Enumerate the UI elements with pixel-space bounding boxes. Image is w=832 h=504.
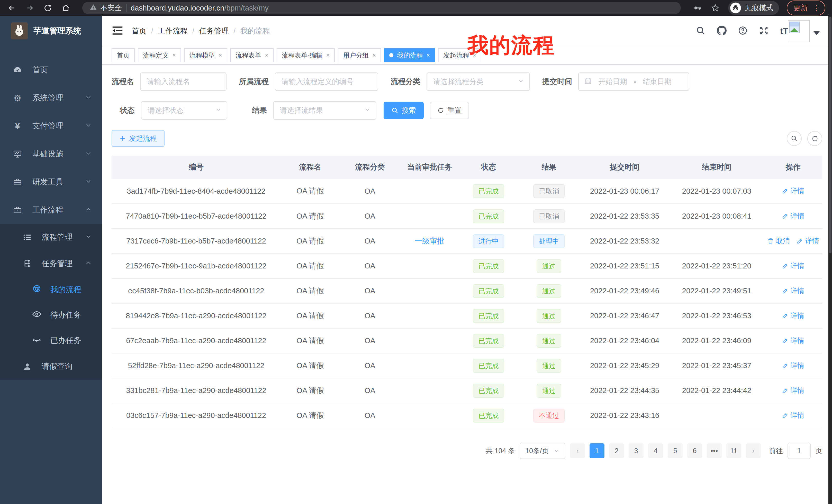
- github-icon[interactable]: [717, 26, 727, 36]
- sidebar-item-system[interactable]: ⚙ 系统管理: [0, 84, 102, 112]
- security-label: 不安全: [100, 3, 122, 13]
- status-select[interactable]: 请选择状态: [141, 101, 227, 120]
- sidebar-item-todo-tasks[interactable]: 待办任务: [0, 302, 102, 328]
- tab-close-icon[interactable]: ×: [172, 52, 176, 59]
- table-row: 7470a810-7b9b-11ec-b5b7-acde48001122 OA …: [111, 204, 822, 229]
- detail-link[interactable]: 详情: [782, 361, 805, 370]
- tab-user-group[interactable]: 用户分组×: [338, 48, 381, 62]
- sidebar-item-label: 已办任务: [50, 335, 81, 346]
- result-badge: 通过: [537, 259, 561, 273]
- tab-process-model[interactable]: 流程模型×: [184, 48, 227, 62]
- cell-task-link[interactable]: 一级审批: [400, 229, 459, 254]
- jump-page-input[interactable]: [787, 443, 811, 459]
- detail-link[interactable]: 详情: [782, 286, 805, 296]
- hamburger-icon[interactable]: [112, 26, 123, 36]
- tab-process-definition[interactable]: 流程定义×: [138, 48, 181, 62]
- fullscreen-icon[interactable]: [759, 26, 769, 36]
- sidebar-item-workflow[interactable]: 工作流程: [0, 196, 102, 224]
- browser-menu-icon[interactable]: ⋮: [812, 4, 820, 12]
- tab-close-icon[interactable]: ×: [372, 52, 376, 59]
- process-definition-input[interactable]: [275, 73, 378, 91]
- prev-page-button[interactable]: ‹: [570, 443, 585, 458]
- detail-link[interactable]: 详情: [782, 311, 805, 320]
- page-button-11[interactable]: 11: [726, 443, 741, 458]
- search-button[interactable]: 搜索: [384, 102, 424, 119]
- tab-my-process[interactable]: 我的流程×: [384, 48, 435, 62]
- breadcrumb-item[interactable]: 首页: [132, 26, 147, 36]
- cancel-link[interactable]: 取消: [767, 236, 790, 246]
- help-icon[interactable]: [738, 26, 748, 36]
- page-button-4[interactable]: 4: [648, 443, 663, 458]
- page-ellipsis-icon[interactable]: •••: [707, 443, 722, 458]
- detail-link[interactable]: 详情: [782, 261, 805, 271]
- start-process-button[interactable]: 发起流程: [111, 130, 164, 147]
- result-select[interactable]: 请选择流结果: [273, 101, 376, 120]
- home-icon[interactable]: [61, 3, 71, 13]
- detail-link[interactable]: 详情: [782, 186, 805, 195]
- search-icon[interactable]: [696, 26, 705, 36]
- table-refresh-button[interactable]: [807, 131, 822, 146]
- page-button-3[interactable]: 3: [629, 443, 644, 458]
- tab-close-icon[interactable]: ×: [326, 52, 330, 59]
- table-row: 03c6c157-7b9a-11ec-a290-acde48001122 OA …: [111, 403, 822, 428]
- status-badge: 已完成: [473, 209, 504, 223]
- sidebar-item-process-manage[interactable]: 流程管理: [0, 224, 102, 250]
- cell-category: OA: [340, 328, 400, 353]
- category-select[interactable]: 请选择流程分类: [426, 73, 530, 91]
- detail-link[interactable]: 详情: [782, 386, 805, 395]
- cell-category: OA: [340, 254, 400, 278]
- page-button-5[interactable]: 5: [668, 443, 683, 458]
- sidebar-item-label: 研发工具: [32, 177, 63, 187]
- page-scrollbar[interactable]: [828, 16, 832, 504]
- sidebar-item-payment[interactable]: ¥ 支付管理: [0, 112, 102, 140]
- app-title: 芋道管理系统: [33, 25, 81, 36]
- detail-link[interactable]: 详情: [782, 336, 805, 345]
- sidebar-item-devtools[interactable]: 研发工具: [0, 168, 102, 196]
- cell-end-time: 2022-01-22 23:51:20: [670, 254, 764, 278]
- next-page-button[interactable]: ›: [746, 443, 761, 458]
- scrollbar-thumb[interactable]: [829, 17, 831, 253]
- forward-icon[interactable]: [25, 3, 35, 13]
- tab-close-icon[interactable]: ×: [218, 52, 222, 59]
- table-row: 7317cec6-7b9b-11ec-b5b7-acde48001122 OA …: [111, 229, 822, 254]
- avatar-caret-icon[interactable]: [813, 31, 820, 35]
- sidebar-item-leave-query[interactable]: 请假查询: [0, 353, 102, 380]
- tab-process-form[interactable]: 流程表单×: [230, 48, 274, 62]
- font-size-icon[interactable]: tT: [780, 26, 788, 36]
- breadcrumb-item[interactable]: 工作流程: [158, 26, 188, 36]
- tab-close-icon[interactable]: ×: [426, 52, 430, 59]
- tab-process-form-edit[interactable]: 流程表单-编辑×: [277, 48, 335, 62]
- detail-link[interactable]: 详情: [797, 236, 819, 246]
- cell-submit-time: 2022-01-22 23:53:35: [580, 204, 669, 229]
- back-icon[interactable]: [7, 3, 17, 13]
- chevron-down-icon: [85, 149, 92, 159]
- breadcrumb-item[interactable]: 任务管理: [199, 26, 229, 36]
- reload-icon[interactable]: [43, 3, 53, 13]
- update-button[interactable]: 更新 ⋮: [787, 1, 825, 16]
- sidebar-item-done-tasks[interactable]: 已办任务: [0, 328, 102, 353]
- tab-home[interactable]: 首页: [111, 48, 135, 62]
- sidebar-item-my-process[interactable]: 我的流程: [0, 277, 102, 302]
- process-name-input[interactable]: [140, 73, 227, 91]
- sidebar-item-home[interactable]: 首页: [0, 56, 102, 84]
- user-avatar[interactable]: [788, 20, 820, 42]
- url-bar[interactable]: 不安全 dashboard.yudao.iocoder.cn/bpm/task/…: [82, 2, 681, 14]
- sidebar-item-infra[interactable]: 基础设施: [0, 140, 102, 168]
- detail-link[interactable]: 详情: [782, 411, 805, 420]
- page-size-select[interactable]: 10条/页: [520, 443, 565, 459]
- page-button-2[interactable]: 2: [609, 443, 624, 458]
- detail-link[interactable]: 详情: [782, 212, 805, 221]
- page-button-6[interactable]: 6: [687, 443, 702, 458]
- tab-close-icon[interactable]: ×: [265, 52, 268, 59]
- table-search-toggle-button[interactable]: [787, 131, 802, 146]
- page-button-1[interactable]: 1: [590, 443, 604, 458]
- key-icon[interactable]: [692, 3, 702, 13]
- browser-toolbar: 不安全 dashboard.yudao.iocoder.cn/bpm/task/…: [0, 0, 832, 16]
- bookmark-star-icon[interactable]: [710, 3, 721, 13]
- chevron-down-icon: [85, 233, 92, 242]
- omnibox-divider: [126, 4, 127, 12]
- sidebar-item-task-manage[interactable]: 任务管理: [0, 250, 102, 277]
- reset-button[interactable]: 重置: [430, 102, 469, 119]
- submit-time-range-picker[interactable]: 开始日期 - 结束日期: [578, 73, 689, 91]
- app-logo[interactable]: 芋道管理系统: [0, 16, 102, 46]
